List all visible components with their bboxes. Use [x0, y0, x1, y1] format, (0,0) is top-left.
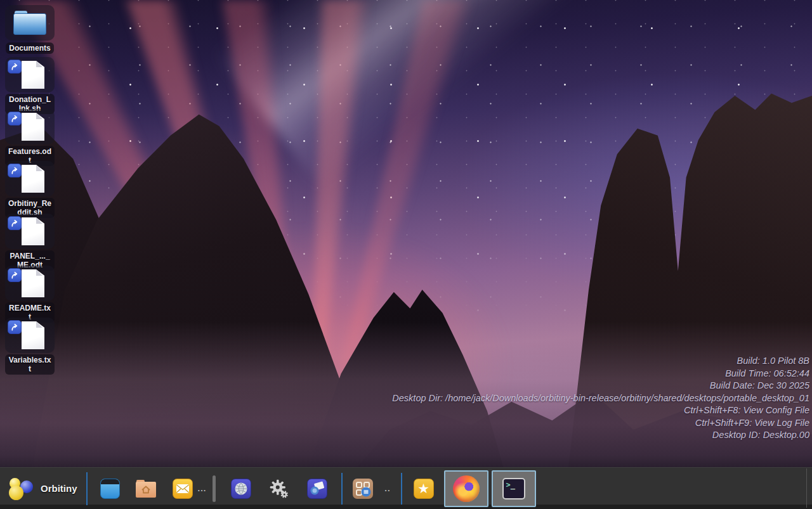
settings-gears-icon [269, 477, 289, 500]
taskbar-button-home-folder[interactable] [136, 478, 156, 499]
build-info: Build: 1.0 Pilot 8B Build Time: 06:52:44… [392, 355, 809, 442]
taskbar-separator [401, 473, 402, 505]
taskbar-button-share[interactable] [307, 478, 327, 499]
shortcut-arrow-icon [8, 112, 22, 126]
orbitiny-menu-button[interactable]: Orbitiny [8, 477, 77, 501]
share-icon [307, 479, 327, 499]
file-fold [36, 269, 43, 276]
shortcut-arrow-icon [8, 268, 22, 282]
folder-icon [13, 11, 46, 35]
envelope-glyph [175, 482, 190, 495]
icon-cell [5, 109, 55, 145]
folder-body [136, 482, 156, 498]
file-fold [36, 321, 43, 328]
window-titlebar [101, 479, 119, 484]
build-version-line: Build: 1.0 Pilot 8B [392, 355, 809, 368]
icon-cell [5, 214, 55, 249]
file-fold [36, 113, 43, 119]
overflow-ellipsis-small[interactable]: .. [384, 484, 390, 493]
app-grid-glyph [354, 480, 372, 498]
desktop-icon-documents[interactable]: Documents [5, 5, 55, 54]
mail-icon [173, 479, 193, 499]
file-icon [22, 61, 44, 89]
desktop-icon-label: Documents [6, 42, 53, 54]
file-fold [36, 61, 43, 67]
panel-edge-handle[interactable] [806, 468, 807, 508]
taskbar-separator [341, 473, 343, 505]
file-icon [22, 165, 44, 193]
firefox-icon [453, 475, 480, 502]
file-fold [36, 217, 43, 224]
app-name-label: Orbitiny [41, 483, 77, 494]
taskbar-button-favorites[interactable]: ★ [414, 478, 434, 499]
file-icon [22, 321, 44, 349]
home-folder-icon [136, 480, 156, 498]
desktop-icon-panel-me[interactable]: PANEL_..._ME.odt [5, 214, 55, 271]
file-icon [22, 217, 44, 245]
desktop-id-line: Desktop ID: Desktop.00 [392, 429, 809, 442]
taskbar-button-desktop-window[interactable] [100, 478, 121, 499]
log-hotkey-line: Ctrl+Shift+F9: View Log File [392, 417, 809, 430]
desktop-icon-variables[interactable]: Variables.txt [5, 318, 55, 375]
icon-cell [5, 5, 55, 41]
build-date-line: Build Date: Dec 30 2025 [392, 380, 809, 392]
app-grid-icon [353, 479, 373, 499]
taskbar-separator [86, 472, 88, 505]
star-glyph: ★ [417, 481, 429, 496]
shortcut-arrow-icon [8, 60, 22, 74]
desktop-dir-line: Desktop Dir: /home/jack/Downloads/orbiti… [392, 392, 809, 405]
taskbar-button-app-grid[interactable] [353, 478, 373, 499]
file-icon [22, 113, 44, 141]
build-time-line: Build Time: 06:52:44 [392, 368, 809, 380]
taskbar-button-web[interactable] [231, 478, 251, 499]
favorites-star-icon: ★ [414, 479, 434, 499]
taskbar: Orbitiny ... [0, 467, 812, 509]
desktop-icon-orbitiny-reddit[interactable]: Orbitiny_Reddit.sh [5, 161, 55, 218]
desktop-screen: Documents Donation_LInk.sh Features.odt … [0, 0, 812, 509]
desktop-icon-readme[interactable]: README.txt [5, 266, 55, 323]
shortcut-arrow-icon [8, 164, 22, 177]
icon-cell [5, 57, 55, 93]
taskbar-scroll-handle[interactable] [213, 475, 216, 502]
globe-glyph [233, 481, 249, 496]
orbitiny-logo-icon [8, 477, 34, 501]
taskbar-button-mail[interactable] [173, 478, 193, 499]
overflow-ellipsis[interactable]: ... [198, 484, 207, 493]
logo-orb-yellow-large [9, 486, 23, 500]
taskbar-button-settings[interactable] [269, 478, 289, 499]
file-fold [36, 165, 43, 171]
folder-body [13, 13, 46, 35]
terminal-icon: >_ [502, 478, 525, 499]
icon-cell [5, 161, 55, 197]
share-glyph [309, 480, 325, 497]
desktop-window-icon [100, 479, 120, 499]
icon-cell [5, 318, 55, 353]
desktop-icon-donation-link[interactable]: Donation_LInk.sh [5, 57, 55, 114]
file-icon [22, 269, 44, 297]
shortcut-arrow-icon [8, 216, 22, 230]
task-button-firefox[interactable] [444, 470, 488, 507]
terminal-prompt-glyph: > [506, 480, 511, 489]
terminal-cursor-glyph: _ [511, 480, 515, 489]
house-glyph [140, 484, 152, 495]
desktop-icon-features[interactable]: Features.odt [5, 109, 55, 166]
icon-cell [5, 266, 55, 301]
task-button-terminal[interactable]: >_ [492, 470, 536, 507]
desktop-icon-label: Variables.txt [5, 354, 55, 375]
web-globe-icon [231, 479, 251, 499]
shortcut-arrow-icon [8, 320, 22, 334]
config-hotkey-line: Ctrl+Shift+F8: View Config File [392, 404, 809, 417]
